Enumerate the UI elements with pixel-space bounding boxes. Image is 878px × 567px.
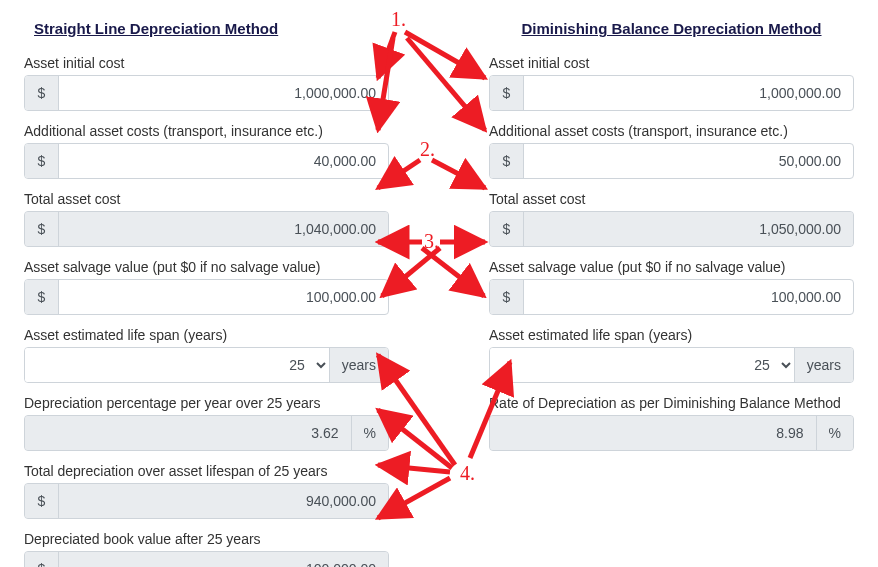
- input-salvage-right[interactable]: $: [489, 279, 854, 315]
- salvage-input-left[interactable]: [59, 280, 388, 314]
- currency-prefix-icon: $: [25, 212, 59, 246]
- label-total-cost-left: Total asset cost: [24, 191, 389, 207]
- readonly-rate-right: 8.98 %: [489, 415, 854, 451]
- currency-prefix-icon: $: [25, 144, 59, 178]
- field-total-cost-left: Total asset cost $ 1,040,000.00: [24, 191, 389, 247]
- dep-pct-value-left: 3.62: [25, 416, 351, 450]
- input-additional-costs-right[interactable]: $: [489, 143, 854, 179]
- field-rate-right: Rate of Depreciation as per Diminishing …: [489, 395, 854, 451]
- currency-prefix-icon: $: [490, 212, 524, 246]
- initial-cost-input-right[interactable]: [524, 76, 853, 110]
- field-initial-cost-left: Asset initial cost $: [24, 55, 389, 111]
- currency-prefix-icon: $: [490, 280, 524, 314]
- field-additional-costs-left: Additional asset costs (transport, insur…: [24, 123, 389, 179]
- currency-prefix-icon: $: [25, 552, 59, 567]
- total-cost-value-left: 1,040,000.00: [59, 212, 388, 246]
- currency-prefix-icon: $: [25, 484, 59, 518]
- field-total-cost-right: Total asset cost $ 1,050,000.00: [489, 191, 854, 247]
- readonly-total-cost-left: $ 1,040,000.00: [24, 211, 389, 247]
- input-initial-cost-right[interactable]: $: [489, 75, 854, 111]
- label-lifespan-right: Asset estimated life span (years): [489, 327, 854, 343]
- label-rate-right: Rate of Depreciation as per Diminishing …: [489, 395, 854, 411]
- field-initial-cost-right: Asset initial cost $: [489, 55, 854, 111]
- field-salvage-left: Asset salvage value (put $0 if no salvag…: [24, 259, 389, 315]
- percent-suffix-icon: %: [816, 416, 853, 450]
- label-total-cost-right: Total asset cost: [489, 191, 854, 207]
- additional-costs-input-right[interactable]: [524, 144, 853, 178]
- input-additional-costs-left[interactable]: $: [24, 143, 389, 179]
- years-suffix: years: [329, 348, 388, 382]
- label-initial-cost-right: Asset initial cost: [489, 55, 854, 71]
- input-initial-cost-left[interactable]: $: [24, 75, 389, 111]
- input-lifespan-right[interactable]: 25 years: [489, 347, 854, 383]
- straight-line-column: Straight Line Depreciation Method Asset …: [24, 20, 389, 567]
- lifespan-select-right[interactable]: 25: [490, 348, 794, 382]
- field-lifespan-left: Asset estimated life span (years) 25 yea…: [24, 327, 389, 383]
- diminishing-balance-column: Diminishing Balance Depreciation Method …: [489, 20, 854, 567]
- field-book-value-left: Depreciated book value after 25 years $ …: [24, 531, 389, 567]
- currency-prefix-icon: $: [25, 280, 59, 314]
- readonly-total-cost-right: $ 1,050,000.00: [489, 211, 854, 247]
- diminishing-balance-title: Diminishing Balance Depreciation Method: [489, 20, 854, 37]
- label-additional-costs-left: Additional asset costs (transport, insur…: [24, 123, 389, 139]
- percent-suffix-icon: %: [351, 416, 388, 450]
- currency-prefix-icon: $: [490, 144, 524, 178]
- straight-line-title: Straight Line Depreciation Method: [24, 20, 389, 37]
- field-salvage-right: Asset salvage value (put $0 if no salvag…: [489, 259, 854, 315]
- readonly-dep-pct-left: 3.62 %: [24, 415, 389, 451]
- input-lifespan-left[interactable]: 25 years: [24, 347, 389, 383]
- total-dep-value-left: 940,000.00: [59, 484, 388, 518]
- total-cost-value-right: 1,050,000.00: [524, 212, 853, 246]
- field-total-dep-left: Total depreciation over asset lifespan o…: [24, 463, 389, 519]
- label-initial-cost-left: Asset initial cost: [24, 55, 389, 71]
- salvage-input-right[interactable]: [524, 280, 853, 314]
- field-lifespan-right: Asset estimated life span (years) 25 yea…: [489, 327, 854, 383]
- label-lifespan-left: Asset estimated life span (years): [24, 327, 389, 343]
- initial-cost-input-left[interactable]: [59, 76, 388, 110]
- label-salvage-right: Asset salvage value (put $0 if no salvag…: [489, 259, 854, 275]
- label-additional-costs-right: Additional asset costs (transport, insur…: [489, 123, 854, 139]
- label-salvage-left: Asset salvage value (put $0 if no salvag…: [24, 259, 389, 275]
- label-total-dep-left: Total depreciation over asset lifespan o…: [24, 463, 389, 479]
- readonly-book-value-left: $ 100,000.00: [24, 551, 389, 567]
- readonly-total-dep-left: $ 940,000.00: [24, 483, 389, 519]
- currency-prefix-icon: $: [490, 76, 524, 110]
- currency-prefix-icon: $: [25, 76, 59, 110]
- label-book-value-left: Depreciated book value after 25 years: [24, 531, 389, 547]
- rate-value-right: 8.98: [490, 416, 816, 450]
- years-suffix: years: [794, 348, 853, 382]
- input-salvage-left[interactable]: $: [24, 279, 389, 315]
- field-dep-pct-left: Depreciation percentage per year over 25…: [24, 395, 389, 451]
- lifespan-select-left[interactable]: 25: [25, 348, 329, 382]
- additional-costs-input-left[interactable]: [59, 144, 388, 178]
- book-value-value-left: 100,000.00: [59, 552, 388, 567]
- label-dep-pct-left: Depreciation percentage per year over 25…: [24, 395, 389, 411]
- field-additional-costs-right: Additional asset costs (transport, insur…: [489, 123, 854, 179]
